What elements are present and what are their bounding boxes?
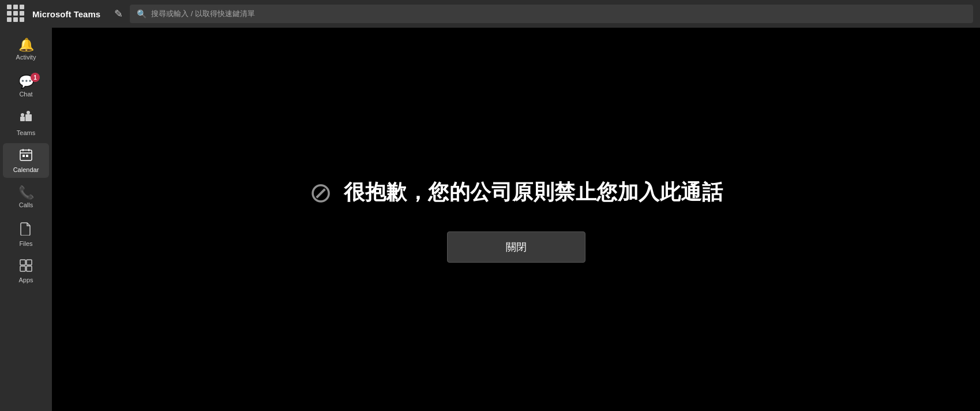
- sidebar-item-files[interactable]: Files: [3, 217, 49, 252]
- search-bar[interactable]: 🔍 搜尋或輸入 / 以取得快速鍵清單: [130, 5, 973, 23]
- content-area: ⊘ 很抱歉，您的公司原則禁止您加入此通話 關閉: [52, 28, 980, 411]
- error-message: ⊘ 很抱歉，您的公司原則禁止您加入此通話: [309, 176, 723, 208]
- sidebar-item-calls[interactable]: 📞 Calls: [3, 180, 49, 215]
- chat-badge: 1: [31, 73, 40, 82]
- sidebar: 🔔 Activity 💬 Chat 1 Teams: [0, 28, 52, 411]
- search-placeholder-text: 搜尋或輸入 / 以取得快速鍵清單: [151, 9, 255, 19]
- teams-icon: [19, 111, 33, 127]
- sidebar-item-teams-label: Teams: [17, 129, 35, 136]
- svg-rect-8: [22, 155, 25, 157]
- sidebar-item-calendar-label: Calendar: [13, 166, 39, 173]
- search-icon: 🔍: [137, 9, 147, 18]
- sidebar-item-chat-label: Chat: [19, 91, 32, 98]
- error-container: ⊘ 很抱歉，您的公司原則禁止您加入此通話 關閉: [309, 176, 723, 263]
- apps-icon: [20, 259, 32, 274]
- svg-rect-1: [25, 114, 32, 121]
- sidebar-item-calendar[interactable]: Calendar: [3, 143, 49, 178]
- sidebar-item-apps-label: Apps: [18, 277, 33, 283]
- svg-point-2: [21, 113, 24, 117]
- activity-icon: 🔔: [18, 39, 34, 51]
- sidebar-item-teams[interactable]: Teams: [3, 106, 49, 141]
- svg-rect-13: [27, 266, 32, 271]
- compose-icon[interactable]: ✎: [114, 8, 123, 20]
- error-text: 很抱歉，您的公司原則禁止您加入此通話: [344, 178, 723, 207]
- svg-rect-10: [20, 260, 25, 265]
- sidebar-item-activity[interactable]: 🔔 Activity: [3, 32, 49, 67]
- sidebar-item-activity-label: Activity: [16, 54, 36, 61]
- svg-rect-11: [27, 260, 32, 265]
- ban-icon: ⊘: [309, 176, 332, 208]
- svg-point-3: [27, 111, 30, 114]
- calls-icon: 📞: [18, 186, 34, 199]
- calendar-icon: [19, 148, 33, 164]
- top-bar: Microsoft Teams ✎ 🔍 搜尋或輸入 / 以取得快速鍵清單: [0, 0, 980, 28]
- sidebar-item-calls-label: Calls: [19, 201, 33, 208]
- sidebar-item-apps[interactable]: Apps: [3, 254, 49, 289]
- app-title: Microsoft Teams: [32, 9, 100, 19]
- svg-rect-9: [26, 155, 28, 157]
- sidebar-item-chat[interactable]: 💬 Chat 1: [3, 69, 49, 104]
- svg-rect-0: [20, 117, 25, 121]
- main-layout: 🔔 Activity 💬 Chat 1 Teams: [0, 28, 980, 411]
- close-button[interactable]: 關閉: [447, 231, 585, 263]
- sidebar-item-files-label: Files: [19, 240, 32, 247]
- app-grid-icon[interactable]: [7, 5, 25, 23]
- files-icon: [20, 222, 32, 238]
- svg-rect-12: [20, 266, 25, 271]
